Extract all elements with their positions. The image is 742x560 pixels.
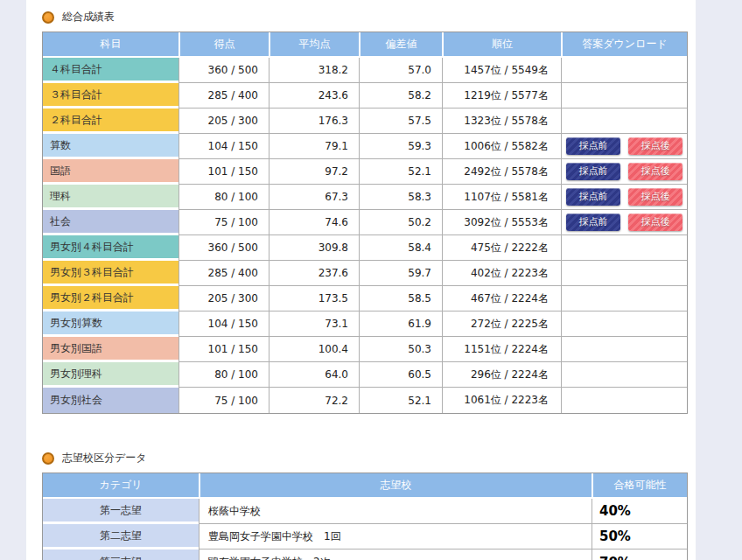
grading-after-button[interactable]: 採点後 (628, 188, 682, 206)
average-cell: 74.6 (269, 210, 359, 235)
overall-table-body: ４科目合計360 / 500318.257.01457位 / 5549名３科目合… (43, 58, 687, 413)
subject-row: 男女別算数104 / 15073.161.9272位 / 2225名 (43, 312, 687, 337)
score-cell: 104 / 150 (178, 312, 269, 337)
download-cell (561, 337, 687, 362)
subject-row: 男女別２科目合計205 / 300173.558.5467位 / 2224名 (43, 286, 687, 312)
download-cell (561, 108, 687, 134)
average-cell: 100.4 (269, 337, 359, 362)
column-header-2: 平均点 (269, 32, 359, 56)
rank-cell: 272位 / 2225名 (442, 312, 561, 337)
grading-before-button[interactable]: 採点前 (566, 188, 620, 206)
school-table-header: カテゴリ志望校合格可能性 (43, 473, 687, 499)
overall-results-table: 科目得点平均点偏差値順位答案ダウンロード ４科目合計360 / 500318.2… (42, 32, 688, 414)
rank-cell: 1219位 / 5577名 (442, 83, 561, 108)
score-cell: 101 / 150 (178, 159, 269, 185)
score-cell: 104 / 150 (178, 134, 269, 159)
subject-row: 理科80 / 10067.358.31107位 / 5581名採点前採点後 (43, 185, 687, 210)
rank-cell: 1151位 / 2224名 (442, 337, 561, 362)
deviation-cell: 57.5 (359, 108, 442, 134)
deviation-cell: 60.5 (359, 362, 442, 388)
subject-label-cell: 男女別３科目合計 (43, 261, 178, 286)
overall-table-header: 科目得点平均点偏差値順位答案ダウンロード (43, 32, 687, 58)
rank-cell: 296位 / 2224名 (442, 362, 561, 388)
deviation-cell: 59.7 (359, 261, 442, 286)
average-cell: 237.6 (269, 261, 359, 286)
rank-cell: 1061位 / 2223名 (442, 388, 561, 413)
subject-row: 算数104 / 15079.159.31006位 / 5582名採点前採点後 (43, 134, 687, 159)
column-header-1: 志望校 (199, 473, 592, 497)
subject-label-cell: ４科目合計 (43, 58, 178, 83)
subject-row: ３科目合計285 / 400243.658.21219位 / 5577名 (43, 83, 687, 108)
rank-cell: 3092位 / 5553名 (442, 210, 561, 235)
average-cell: 318.2 (269, 58, 359, 83)
deviation-cell: 61.9 (359, 312, 442, 337)
subject-label-cell: 理科 (43, 185, 178, 210)
subject-row: ２科目合計205 / 300176.357.51323位 / 5578名 (43, 108, 687, 134)
rank-cell: 1107位 / 5581名 (442, 185, 561, 210)
average-cell: 73.1 (269, 312, 359, 337)
subject-row: ４科目合計360 / 500318.257.01457位 / 5549名 (43, 58, 687, 83)
category-cell: 第一志望 (43, 499, 199, 524)
subject-row: 男女別３科目合計285 / 400237.659.7402位 / 2223名 (43, 261, 687, 286)
average-cell: 64.0 (269, 362, 359, 388)
download-cell (561, 312, 687, 337)
average-cell: 176.3 (269, 108, 359, 134)
download-cell (561, 58, 687, 83)
score-cell: 360 / 500 (178, 58, 269, 83)
school-table-body: 第一志望桜蔭中学校40%第二志望豊島岡女子学園中学校 1回50%第三志望鴎友学園… (43, 499, 687, 560)
download-cell: 採点前採点後 (561, 159, 687, 185)
probability-cell: 50% (592, 524, 687, 550)
subject-row: 男女別国語101 / 150100.450.31151位 / 2224名 (43, 337, 687, 362)
grading-before-button[interactable]: 採点前 (566, 163, 620, 180)
download-cell (561, 261, 687, 286)
rank-cell: 402位 / 2223名 (442, 261, 561, 286)
school-cell: 鴎友学園女子中学校 2次 (199, 550, 592, 560)
preference-row: 第三志望鴎友学園女子中学校 2次70% (43, 550, 687, 560)
average-cell: 79.1 (269, 134, 359, 159)
score-cell: 80 / 100 (178, 362, 269, 388)
subject-row: 国語101 / 15097.252.12492位 / 5578名採点前採点後 (43, 159, 687, 185)
score-cell: 101 / 150 (178, 337, 269, 362)
probability-cell: 70% (592, 550, 687, 560)
deviation-cell: 59.3 (359, 134, 442, 159)
section-header-overall: 総合成績表 (42, 0, 696, 24)
category-cell: 第三志望 (43, 550, 199, 560)
score-cell: 360 / 500 (178, 235, 269, 261)
deviation-cell: 52.1 (359, 388, 442, 413)
column-header-0: 科目 (43, 32, 178, 56)
average-cell: 67.3 (269, 185, 359, 210)
deviation-cell: 50.3 (359, 337, 442, 362)
subject-label-cell: 男女別算数 (43, 312, 178, 337)
grading-after-button[interactable]: 採点後 (628, 214, 682, 231)
probability-cell: 40% (592, 499, 687, 524)
deviation-cell: 58.4 (359, 235, 442, 261)
results-panel: 総合成績表 科目得点平均点偏差値順位答案ダウンロード ４科目合計360 / 50… (26, 0, 696, 560)
rank-cell: 467位 / 2224名 (442, 286, 561, 312)
grading-after-button[interactable]: 採点後 (628, 163, 682, 180)
grading-before-button[interactable]: 採点前 (566, 214, 620, 231)
download-cell: 採点前採点後 (561, 134, 687, 159)
rank-cell: 1323位 / 5578名 (442, 108, 561, 134)
rank-cell: 2492位 / 5578名 (442, 159, 561, 185)
average-cell: 173.5 (269, 286, 359, 312)
download-cell (561, 388, 687, 413)
score-cell: 75 / 100 (178, 388, 269, 413)
content-area: 総合成績表 科目得点平均点偏差値順位答案ダウンロード ４科目合計360 / 50… (26, 0, 696, 560)
subject-label-cell: 男女別国語 (43, 337, 178, 362)
subject-row: 男女別理科80 / 10064.060.5296位 / 2224名 (43, 362, 687, 388)
subject-label-cell: 男女別社会 (43, 388, 178, 413)
rank-cell: 1006位 / 5582名 (442, 134, 561, 159)
subject-row: 男女別４科目合計360 / 500309.858.4475位 / 2222名 (43, 235, 687, 261)
column-header-0: カテゴリ (43, 473, 199, 497)
download-cell: 採点前採点後 (561, 185, 687, 210)
column-header-2: 合格可能性 (592, 473, 687, 497)
average-cell: 309.8 (269, 235, 359, 261)
download-cell: 採点前採点後 (561, 210, 687, 235)
grading-before-button[interactable]: 採点前 (566, 137, 620, 155)
subject-row: 男女別社会75 / 10072.252.11061位 / 2223名 (43, 388, 687, 413)
subject-label-cell: 男女別４科目合計 (43, 235, 178, 261)
subject-label-cell: 男女別理科 (43, 362, 178, 388)
column-header-5: 答案ダウンロード (561, 32, 687, 56)
grading-after-button[interactable]: 採点後 (628, 137, 682, 155)
subject-label-cell: 男女別２科目合計 (43, 286, 178, 312)
